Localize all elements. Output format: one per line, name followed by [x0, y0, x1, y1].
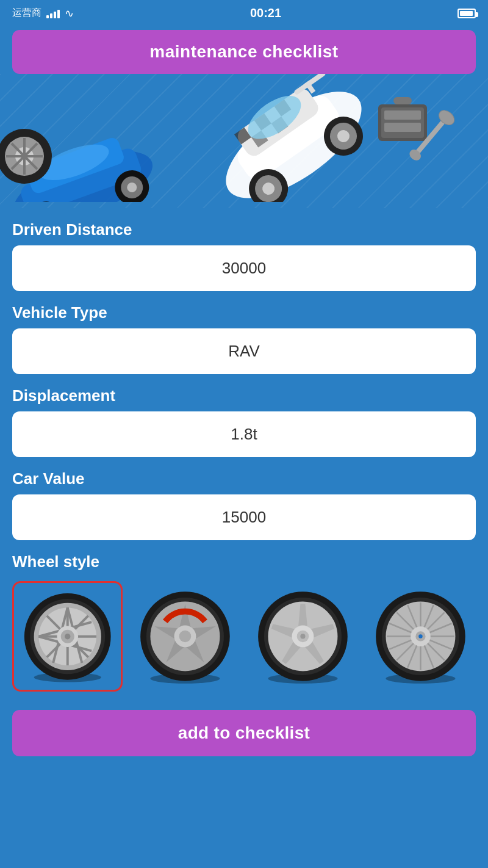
wheel-grid: [12, 581, 476, 692]
status-left: 运营商 ∿: [12, 7, 74, 20]
displacement-input[interactable]: [12, 411, 476, 457]
maintenance-checklist-button[interactable]: maintenance checklist: [12, 30, 476, 74]
driven-distance-label: Driven Distance: [12, 220, 476, 239]
wheel-section: Wheel style: [0, 552, 488, 692]
wheel-item-1[interactable]: [12, 581, 123, 692]
wheel-item-4[interactable]: [365, 581, 476, 692]
car-value-input[interactable]: [12, 494, 476, 540]
wheel-item-2[interactable]: [130, 581, 240, 692]
add-to-checklist-button[interactable]: add to checklist: [12, 710, 476, 756]
carrier-label: 运营商: [12, 7, 41, 20]
vehicle-type-input[interactable]: [12, 328, 476, 374]
svg-rect-37: [384, 123, 421, 132]
signal-icon: [46, 9, 60, 18]
wheel-style-label: Wheel style: [12, 552, 476, 571]
status-right: [458, 9, 476, 18]
displacement-label: Displacement: [12, 386, 476, 405]
hero-area: [0, 74, 488, 208]
battery-icon: [458, 9, 476, 18]
car-illustration: [0, 74, 488, 202]
wifi-icon: ∿: [65, 7, 74, 20]
vehicle-type-label: Vehicle Type: [12, 303, 476, 322]
status-bar: 运营商 ∿ 00:21: [0, 0, 488, 25]
svg-point-68: [179, 631, 192, 643]
svg-rect-36: [384, 110, 421, 120]
driven-distance-input[interactable]: [12, 245, 476, 291]
car-value-label: Car Value: [12, 469, 476, 488]
svg-point-57: [65, 634, 70, 639]
status-time: 00:21: [250, 6, 281, 20]
svg-point-80: [300, 634, 305, 638]
form-area: Driven Distance Vehicle Type Displacemen…: [0, 220, 488, 540]
svg-point-95: [418, 634, 423, 638]
svg-rect-38: [393, 97, 412, 104]
wheel-item-3[interactable]: [248, 581, 358, 692]
